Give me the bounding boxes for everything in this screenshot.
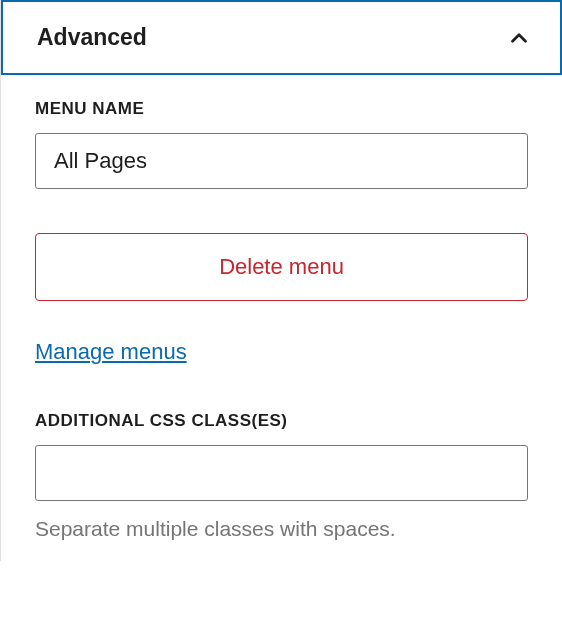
panel-body: MENU NAME Delete menu Manage menus ADDIT…	[1, 75, 562, 541]
panel-title: Advanced	[37, 24, 147, 51]
manage-menus-link[interactable]: Manage menus	[35, 339, 187, 365]
chevron-up-icon	[506, 25, 532, 51]
css-classes-input[interactable]	[35, 445, 528, 501]
panel-header-toggle[interactable]: Advanced	[1, 0, 562, 75]
advanced-panel: Advanced MENU NAME Delete menu Manage me…	[0, 0, 562, 561]
css-classes-field: ADDITIONAL CSS CLASS(ES) Separate multip…	[35, 411, 528, 541]
menu-name-label: MENU NAME	[35, 99, 528, 119]
css-classes-help: Separate multiple classes with spaces.	[35, 517, 528, 541]
css-classes-label: ADDITIONAL CSS CLASS(ES)	[35, 411, 528, 431]
menu-name-input[interactable]	[35, 133, 528, 189]
delete-menu-button[interactable]: Delete menu	[35, 233, 528, 301]
